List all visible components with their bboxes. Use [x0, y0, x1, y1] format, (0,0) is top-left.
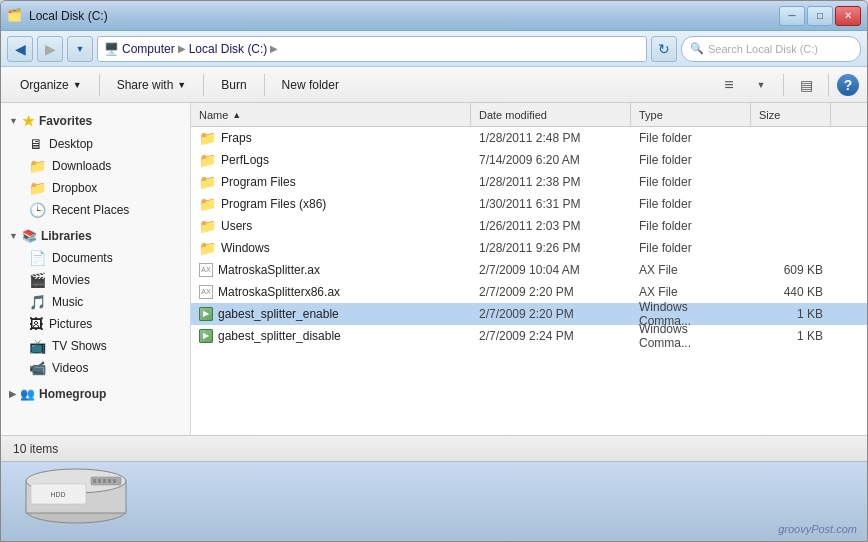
file-size-cell: 1 KB [751, 329, 831, 343]
sidebar-recent-label: Recent Places [52, 203, 129, 217]
file-type-cell: File folder [631, 153, 751, 167]
file-size-cell: 440 KB [751, 285, 831, 299]
libraries-chevron: ▼ [9, 231, 18, 241]
sidebar-desktop-label: Desktop [49, 137, 93, 151]
cmd-file-icon: ▶ [199, 329, 213, 343]
organize-button[interactable]: Organize ▼ [9, 71, 93, 99]
toolbar-sep-2 [203, 74, 204, 96]
organize-chevron: ▼ [73, 80, 82, 90]
sidebar-header-favorites[interactable]: ▼ ★ Favorites [1, 109, 190, 133]
file-type-cell: Windows Comma... [631, 322, 751, 350]
sidebar-item-movies[interactable]: 🎬 Movies [1, 269, 190, 291]
back-button[interactable]: ◀ [7, 36, 33, 62]
sidebar-item-pictures[interactable]: 🖼 Pictures [1, 313, 190, 335]
close-button[interactable]: ✕ [835, 6, 861, 26]
sidebar-item-dropbox[interactable]: 📁 Dropbox [1, 177, 190, 199]
file-size-cell: 609 KB [751, 263, 831, 277]
breadcrumb-computer[interactable]: Computer [122, 42, 175, 56]
movies-icon: 🎬 [29, 272, 46, 288]
preview-pane-button[interactable]: ▤ [792, 71, 820, 99]
table-row[interactable]: AX MatroskaSplitterx86.ax 2/7/2009 2:20 … [191, 281, 867, 303]
folder-icon: 📁 [199, 152, 216, 168]
maximize-button[interactable]: □ [807, 6, 833, 26]
sidebar-downloads-label: Downloads [52, 159, 111, 173]
col-header-type[interactable]: Type [631, 103, 751, 126]
status-bar: 10 items [1, 435, 867, 461]
view-list-button[interactable]: ≡ [715, 71, 743, 99]
file-name-cell: 📁 Program Files (x86) [191, 196, 471, 212]
sidebar-item-music[interactable]: 🎵 Music [1, 291, 190, 313]
new-folder-label: New folder [282, 78, 339, 92]
table-row[interactable]: 📁 Program Files (x86) 1/30/2011 6:31 PM … [191, 193, 867, 215]
table-row[interactable]: 📁 Windows 1/28/2011 9:26 PM File folder [191, 237, 867, 259]
cmd-file-icon: ▶ [199, 307, 213, 321]
sidebar-item-videos[interactable]: 📹 Videos [1, 357, 190, 379]
toolbar-sep-4 [783, 74, 784, 96]
search-placeholder: Search Local Disk (C:) [708, 43, 818, 55]
table-row[interactable]: ▶ gabest_splitter_disable 2/7/2009 2:24 … [191, 325, 867, 347]
file-type-cell: File folder [631, 175, 751, 189]
sidebar-videos-label: Videos [52, 361, 88, 375]
sidebar-section-favorites: ▼ ★ Favorites 🖥 Desktop 📁 Downloads 📁 Dr… [1, 109, 190, 221]
file-name-cell: 📁 Program Files [191, 174, 471, 190]
file-date-cell: 1/30/2011 6:31 PM [471, 197, 631, 211]
file-name: Program Files (x86) [221, 197, 326, 211]
sidebar-item-tv-shows[interactable]: 📺 TV Shows [1, 335, 190, 357]
table-row[interactable]: 📁 Program Files 1/28/2011 2:38 PM File f… [191, 171, 867, 193]
search-box[interactable]: 🔍 Search Local Disk (C:) [681, 36, 861, 62]
refresh-button[interactable]: ↻ [651, 36, 677, 62]
file-name-cell: AX MatroskaSplitter.ax [191, 263, 471, 277]
table-row[interactable]: 📁 PerfLogs 7/14/2009 6:20 AM File folder [191, 149, 867, 171]
file-name: Program Files [221, 175, 296, 189]
minimize-button[interactable]: ─ [779, 6, 805, 26]
file-name: Windows [221, 241, 270, 255]
favorites-chevron: ▼ [9, 116, 18, 126]
table-row[interactable]: 📁 Users 1/26/2011 2:03 PM File folder [191, 215, 867, 237]
content-area: ▼ ★ Favorites 🖥 Desktop 📁 Downloads 📁 Dr… [1, 103, 867, 435]
file-date-cell: 1/28/2011 2:48 PM [471, 131, 631, 145]
sidebar-header-homegroup[interactable]: ▶ 👥 Homegroup [1, 383, 190, 405]
file-list-area: Name ▲ Date modified Type Size 📁 Fraps 1… [191, 103, 867, 435]
folder-icon: 📁 [199, 196, 216, 212]
file-type-cell: File folder [631, 241, 751, 255]
new-folder-button[interactable]: New folder [271, 71, 350, 99]
breadcrumb-local-disk[interactable]: Local Disk (C:) [189, 42, 268, 56]
sidebar-item-documents[interactable]: 📄 Documents [1, 247, 190, 269]
view-dropdown-button[interactable]: ▼ [747, 71, 775, 99]
folder-icon: 📁 [199, 130, 216, 146]
file-rows: 📁 Fraps 1/28/2011 2:48 PM File folder 📁 … [191, 127, 867, 435]
dropdown-button[interactable]: ▼ [67, 36, 93, 62]
col-type-label: Type [639, 109, 663, 121]
explorer-window: 🗂️ Local Disk (C:) ─ □ ✕ ◀ ▶ ▼ 🖥️ Comput… [0, 0, 868, 542]
sidebar-item-desktop[interactable]: 🖥 Desktop [1, 133, 190, 155]
help-button[interactable]: ? [837, 74, 859, 96]
col-header-date[interactable]: Date modified [471, 103, 631, 126]
breadcrumb-sep-1: ▶ [178, 43, 186, 54]
share-with-button[interactable]: Share with ▼ [106, 71, 198, 99]
sidebar-dropbox-label: Dropbox [52, 181, 97, 195]
sidebar-item-downloads[interactable]: 📁 Downloads [1, 155, 190, 177]
ax-file-icon: AX [199, 285, 213, 299]
svg-rect-9 [108, 479, 111, 483]
toolbar-sep-5 [828, 74, 829, 96]
sidebar-pictures-label: Pictures [49, 317, 92, 331]
burn-button[interactable]: Burn [210, 71, 257, 99]
recent-places-icon: 🕒 [29, 202, 46, 218]
sidebar-documents-label: Documents [52, 251, 113, 265]
sidebar-movies-label: Movies [52, 273, 90, 287]
sidebar-item-recent-places[interactable]: 🕒 Recent Places [1, 199, 190, 221]
music-icon: 🎵 [29, 294, 46, 310]
breadcrumb-bar[interactable]: 🖥️ Computer ▶ Local Disk (C:) ▶ [97, 36, 647, 62]
file-date-cell: 7/14/2009 6:20 AM [471, 153, 631, 167]
forward-button[interactable]: ▶ [37, 36, 63, 62]
table-row[interactable]: 📁 Fraps 1/28/2011 2:48 PM File folder [191, 127, 867, 149]
table-row[interactable]: AX MatroskaSplitter.ax 2/7/2009 10:04 AM… [191, 259, 867, 281]
window-title: Local Disk (C:) [29, 9, 108, 23]
homegroup-icon: 👥 [20, 387, 35, 401]
svg-rect-7 [98, 479, 101, 483]
sidebar-header-libraries[interactable]: ▼ 📚 Libraries [1, 225, 190, 247]
col-header-name[interactable]: Name ▲ [191, 103, 471, 126]
col-header-size[interactable]: Size [751, 103, 831, 126]
table-row[interactable]: ▶ gabest_splitter_enable 2/7/2009 2:20 P… [191, 303, 867, 325]
sidebar-music-label: Music [52, 295, 83, 309]
